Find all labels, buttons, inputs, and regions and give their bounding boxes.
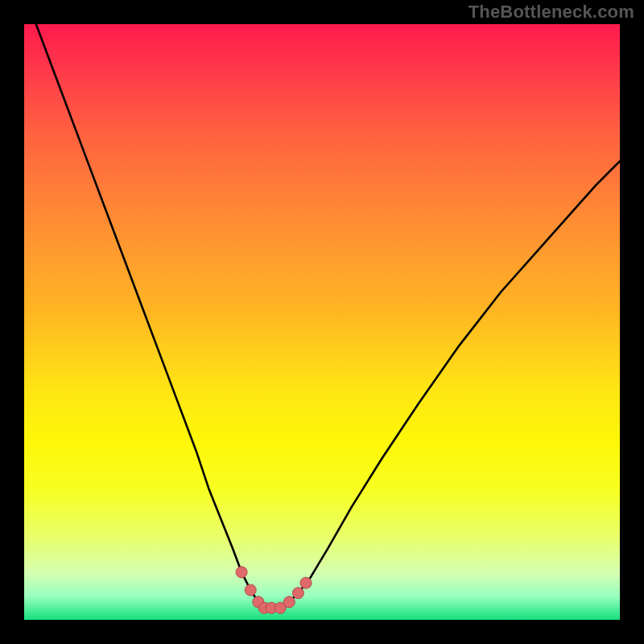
bottleneck-curve-svg <box>24 24 620 620</box>
curve-marker-dot <box>300 577 312 588</box>
attribution-text: TheBottleneck.com <box>469 2 634 23</box>
bottleneck-curve-line <box>36 24 620 608</box>
chart-frame: TheBottleneck.com <box>0 0 644 644</box>
curve-marker-dot <box>236 567 247 578</box>
plot-area <box>24 24 620 620</box>
curve-marker-dot <box>245 584 256 596</box>
curve-marker-dot <box>292 588 303 599</box>
bottom-marker-group <box>236 567 312 613</box>
curve-marker-dot <box>283 597 295 608</box>
